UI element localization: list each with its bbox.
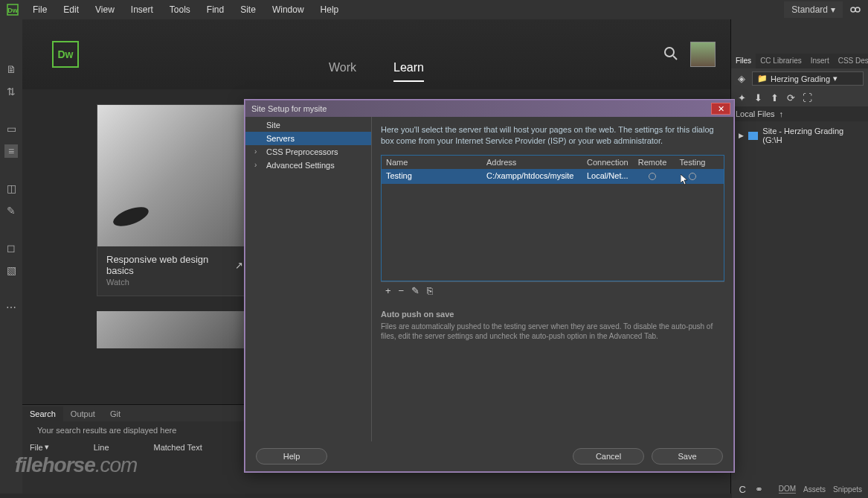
close-button[interactable]: ✕ bbox=[711, 103, 730, 115]
rtab-cssdesigner[interactable]: CSS Des bbox=[834, 54, 868, 68]
add-server-button[interactable]: + bbox=[385, 285, 391, 296]
tab-work[interactable]: Work bbox=[329, 55, 356, 82]
cell-remote-radio[interactable] bbox=[634, 171, 670, 182]
dialog-titlebar[interactable]: Site Setup for mysite ✕ bbox=[245, 100, 733, 117]
col-header-name[interactable]: Name bbox=[386, 158, 486, 167]
autopush-text: Files are automatically pushed to the te… bbox=[381, 322, 724, 341]
tool-document-icon[interactable]: 🗎 bbox=[4, 63, 18, 76]
cell-name: Testing bbox=[386, 171, 486, 182]
dialog-content: Here you'll select the server that will … bbox=[372, 117, 733, 441]
download-icon[interactable]: ⬇ bbox=[752, 92, 764, 103]
btab-dom[interactable]: DOM bbox=[779, 485, 796, 494]
tool-edit-icon[interactable]: ✎ bbox=[4, 204, 18, 217]
expand-icon: › bbox=[254, 161, 257, 169]
table-row[interactable]: Testing C:/xampp/htdocs/mysite Local/Net… bbox=[382, 169, 724, 184]
menu-site[interactable]: Site bbox=[233, 1, 263, 18]
menu-help[interactable]: Help bbox=[313, 1, 347, 18]
menu-edit[interactable]: Edit bbox=[56, 1, 86, 18]
menu-insert[interactable]: Insert bbox=[123, 1, 161, 18]
tool-lines-icon[interactable]: ≡ bbox=[4, 144, 18, 158]
menu-window[interactable]: Window bbox=[265, 1, 312, 18]
col-header-testing[interactable]: Testing bbox=[670, 158, 715, 167]
workspace-selector[interactable]: Standard ▾ bbox=[784, 1, 843, 18]
col-matched[interactable]: Matched Text bbox=[154, 442, 202, 452]
table-body-empty bbox=[382, 184, 724, 281]
server-table: Name Address Connection Remote Testing T… bbox=[381, 155, 724, 281]
remove-server-button[interactable]: − bbox=[399, 285, 405, 296]
site-root-item[interactable]: ▶ Site - Herzing Grading (G:\H bbox=[734, 124, 865, 147]
help-button[interactable]: Help bbox=[256, 448, 327, 465]
tab-learn[interactable]: Learn bbox=[393, 55, 424, 82]
refresh-icon[interactable]: ⟳ bbox=[785, 92, 797, 103]
tutorial-title: Responsive web design basics bbox=[106, 254, 231, 276]
sidebar-item-advanced[interactable]: ›Advanced Settings bbox=[245, 159, 371, 172]
col-file[interactable]: File bbox=[30, 443, 43, 452]
tool-updown-icon[interactable]: ⇅ bbox=[4, 85, 18, 98]
left-toolbar: 🗎 ⇅ ▭ ≡ ◫ ✎ ◻ ▧ ⋯ bbox=[0, 19, 22, 494]
sidebar-item-site[interactable]: Site bbox=[245, 118, 371, 132]
user-avatar[interactable] bbox=[690, 42, 716, 67]
cursor-icon bbox=[681, 174, 691, 186]
cell-connection: Local/Net... bbox=[587, 171, 634, 182]
define-site-icon[interactable]: ◈ bbox=[736, 73, 748, 85]
col-header-address[interactable]: Address bbox=[486, 158, 587, 167]
dialog-sidebar: Site Servers ›CSS Preprocessors ›Advance… bbox=[245, 117, 372, 441]
autopush-title: Auto push on save bbox=[381, 310, 724, 319]
dialog-footer: Help Cancel Save bbox=[245, 441, 733, 471]
duplicate-server-button[interactable]: ⎘ bbox=[427, 285, 433, 296]
tool-image-icon[interactable]: ▧ bbox=[4, 264, 18, 277]
tool-comment-icon[interactable]: ◻ bbox=[4, 241, 18, 255]
upload-icon[interactable]: ⬆ bbox=[768, 92, 780, 103]
right-panel: Files CC Libraries Insert CSS Des ◈ 📁 He… bbox=[730, 19, 868, 494]
menu-view[interactable]: View bbox=[88, 1, 122, 18]
sidebar-item-css[interactable]: ›CSS Preprocessors bbox=[245, 145, 371, 159]
site-setup-dialog: Site Setup for mysite ✕ Site Servers ›CS… bbox=[245, 100, 734, 472]
cell-testing-radio[interactable] bbox=[670, 171, 715, 182]
menu-find[interactable]: Find bbox=[199, 1, 231, 18]
local-files-header[interactable]: Local Files bbox=[736, 109, 775, 118]
menubar: Dw File Edit View Insert Tools Find Site… bbox=[0, 0, 868, 19]
tutorial-card[interactable]: Responsive web design basics ↗ Watch bbox=[97, 104, 253, 296]
folder-icon: 📁 bbox=[757, 74, 768, 83]
tool-more-icon[interactable]: ⋯ bbox=[4, 301, 18, 314]
btab-assets[interactable]: Assets bbox=[803, 485, 826, 494]
menu-tools[interactable]: Tools bbox=[162, 1, 198, 18]
tutorial-subtitle: Watch bbox=[97, 278, 252, 296]
refresh-icon[interactable]: C bbox=[738, 483, 747, 495]
settings-icon[interactable] bbox=[849, 3, 862, 16]
cell-address: C:/xampp/htdocs/mysite bbox=[486, 171, 587, 182]
col-header-connection[interactable]: Connection bbox=[587, 158, 634, 167]
search-icon[interactable] bbox=[663, 46, 678, 63]
tool-pointer-icon[interactable]: ▭ bbox=[4, 122, 18, 135]
svg-text:Dw: Dw bbox=[7, 7, 18, 14]
col-line[interactable]: Line bbox=[94, 442, 109, 452]
table-header: Name Address Connection Remote Testing bbox=[382, 156, 724, 169]
rtab-files[interactable]: Files bbox=[731, 54, 756, 68]
svg-point-3 bbox=[855, 7, 860, 12]
tool-element-icon[interactable]: ◫ bbox=[4, 182, 18, 195]
edit-server-button[interactable]: ✎ bbox=[411, 285, 419, 296]
sidebar-item-servers[interactable]: Servers bbox=[245, 132, 371, 145]
save-button[interactable]: Save bbox=[652, 448, 723, 465]
rtab-insert[interactable]: Insert bbox=[806, 54, 834, 68]
site-selector[interactable]: 📁 Herzing Grading ▾ bbox=[752, 71, 864, 86]
panel-tab-output[interactable]: Output bbox=[63, 406, 103, 421]
description-text: Here you'll select the server that will … bbox=[381, 124, 724, 147]
col-header-remote[interactable]: Remote bbox=[634, 158, 670, 167]
panel-tab-git[interactable]: Git bbox=[103, 406, 128, 421]
site-name: Herzing Grading bbox=[771, 74, 830, 83]
tutorial-card-2[interactable] bbox=[97, 311, 253, 348]
cancel-button[interactable]: Cancel bbox=[573, 448, 644, 465]
panel-tab-search[interactable]: Search bbox=[22, 406, 63, 421]
svg-line-5 bbox=[673, 56, 677, 60]
link-icon[interactable]: ⚭ bbox=[754, 483, 763, 495]
magic-wand-icon[interactable]: ✦ bbox=[736, 92, 748, 103]
svg-point-2 bbox=[851, 7, 855, 12]
table-toolbar: + − ✎ ⎘ bbox=[381, 281, 724, 299]
rtab-cclibraries[interactable]: CC Libraries bbox=[756, 54, 806, 68]
external-link-icon: ↗ bbox=[235, 260, 243, 271]
btab-snippets[interactable]: Snippets bbox=[833, 485, 862, 494]
autopush-section: Auto push on save Files are automaticall… bbox=[381, 310, 724, 341]
menu-file[interactable]: File bbox=[25, 1, 54, 18]
expand-icon[interactable]: ⛶ bbox=[801, 92, 813, 103]
